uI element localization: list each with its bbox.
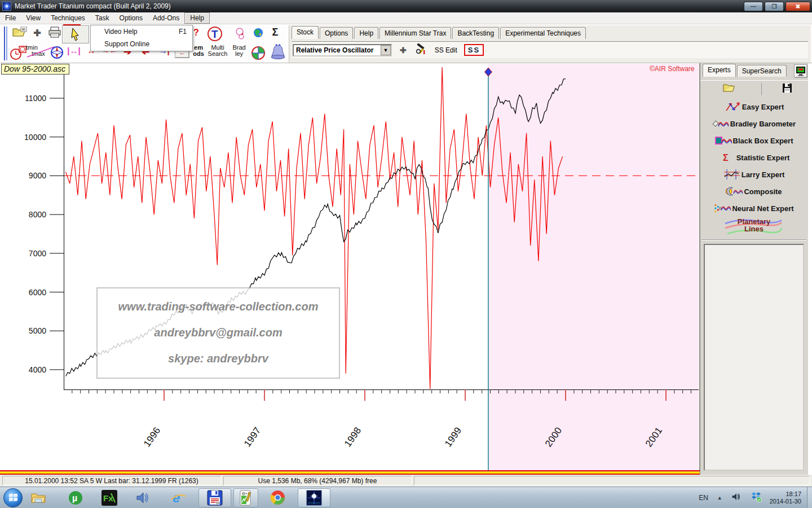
add-chart-button[interactable]: ✚ xyxy=(32,28,43,38)
tray-clock[interactable]: 18:17 2014-01-30 xyxy=(770,491,801,505)
alarm-bell-button[interactable] xyxy=(268,43,288,60)
tab-help[interactable]: Help xyxy=(354,27,378,39)
start-button[interactable] xyxy=(3,488,23,507)
range-full-tool[interactable]: |↔| xyxy=(65,46,82,55)
y-tick-label: 5000 xyxy=(29,326,46,335)
statistics-sigma-button[interactable]: Σ xyxy=(270,27,281,38)
language-indicator[interactable]: EN xyxy=(699,494,708,502)
menu-item-support-online[interactable]: Support Online xyxy=(91,38,192,50)
tab-options[interactable]: Options xyxy=(320,27,353,39)
load-expert-button[interactable] xyxy=(723,82,736,95)
taskbar-market-trader-button[interactable] xyxy=(298,488,330,507)
menu-task[interactable]: Task xyxy=(90,13,114,23)
panel-tab-experts[interactable]: Experts xyxy=(703,64,736,77)
menu-item-label: Video Help xyxy=(104,28,138,36)
show-desktop-button[interactable] xyxy=(807,487,812,508)
menu-item-video-help[interactable]: Video HelpF1 xyxy=(91,25,192,38)
y-tick-label: 6000 xyxy=(29,288,46,297)
globe-button[interactable] xyxy=(252,28,264,38)
menu-file[interactable]: File xyxy=(0,13,21,23)
expert-item-label: Larry Expert xyxy=(742,170,785,179)
toolbar-gripper[interactable] xyxy=(4,27,7,60)
panel-tab-supersearch[interactable]: SuperSearch xyxy=(737,65,787,77)
technique-select[interactable]: Relative Price Oscillator ▼ xyxy=(293,44,392,56)
taskbar-volume-app-button[interactable] xyxy=(132,488,155,507)
tray-expand-arrow[interactable]: ▲ xyxy=(717,495,722,501)
text-tool-button[interactable]: T xyxy=(206,27,223,41)
menu-item-label: Support Online xyxy=(104,40,149,48)
expert-item-composite[interactable]: Composite xyxy=(700,183,807,200)
tools-icon xyxy=(416,43,427,55)
pointer-tool-button[interactable] xyxy=(62,25,89,43)
tab-millennium-star-trax[interactable]: Millennium Star Trax xyxy=(379,27,451,39)
target-tool-button[interactable] xyxy=(250,46,266,60)
menu-help[interactable]: Help xyxy=(184,12,210,24)
menu-view[interactable]: View xyxy=(21,13,46,23)
tab-experimental-techniques[interactable]: Experimental Techniques xyxy=(500,27,586,39)
expert-item-larry-expert[interactable]: Larry Expert xyxy=(700,166,807,183)
supersearch-button[interactable]: SS xyxy=(464,44,484,56)
taskbar-explorer-button[interactable] xyxy=(27,488,50,507)
expert-item-neural-net-expert[interactable]: Neural Net Expert xyxy=(700,200,807,217)
title-bar[interactable]: Market Trader Titanium compact (Built Ap… xyxy=(0,0,812,12)
expert-item-easy-expert[interactable]: Easy Expert xyxy=(700,98,807,115)
expert-item-planetary-lines[interactable]: Planetary Lines xyxy=(700,217,807,234)
expert-item-black-box-expert[interactable]: Black Box Expert xyxy=(700,132,807,149)
taskbar-chrome-button[interactable] xyxy=(266,488,289,507)
menu-add-ons[interactable]: Add-Ons xyxy=(148,13,184,23)
time-tool-button[interactable] xyxy=(9,46,27,60)
tmin-tmax-tool[interactable]: tmin tmax xyxy=(26,45,52,57)
chart-pane[interactable]: www.trading-software-collection.comandre… xyxy=(0,63,700,475)
chrome-icon xyxy=(270,490,285,505)
ss-edit-button[interactable]: SS Edit xyxy=(435,46,457,54)
menu-techniques[interactable]: Techniques xyxy=(46,13,90,23)
chart-bottom-bar-middle xyxy=(0,472,700,474)
svg-text:Σ: Σ xyxy=(723,153,729,163)
price-chart[interactable]: www.trading-software-collection.comandre… xyxy=(0,63,700,475)
application-window: Market Trader Titanium compact (Built Ap… xyxy=(0,0,812,508)
expert-item-bradley-barometer[interactable]: Bradley Barometer xyxy=(700,115,807,132)
minimize-button[interactable]: — xyxy=(744,2,763,11)
taskbar-notes-app-button[interactable]: Ɵ++ xyxy=(233,488,258,507)
app-icon xyxy=(2,2,11,11)
expert-output-panel[interactable] xyxy=(704,244,804,471)
taskbar-utorrent-button[interactable]: µ xyxy=(64,488,87,507)
folder-icon xyxy=(31,492,46,503)
print-button[interactable] xyxy=(47,27,62,38)
larry-icon xyxy=(723,169,740,180)
open-file-button[interactable]: w xyxy=(11,27,28,38)
svg-text:64: 64 xyxy=(216,501,220,505)
save-expert-button[interactable] xyxy=(782,83,792,95)
taskbar-floppy-app-button[interactable]: 64 xyxy=(198,488,231,507)
menu-options[interactable]: Options xyxy=(114,13,148,23)
taskbar-fx-button[interactable]: Fx xyxy=(98,488,121,507)
panel-monitor-button[interactable] xyxy=(794,64,807,78)
help-question-icon[interactable]: ? xyxy=(192,28,201,38)
year-label: 1998 xyxy=(342,425,363,449)
expert-item-label: Statistic Expert xyxy=(736,154,790,162)
y-tick-label: 7000 xyxy=(29,249,46,258)
edit-tools-button[interactable] xyxy=(416,43,427,57)
tray-volume-button[interactable] xyxy=(731,492,742,503)
bradley-button[interactable]: Brad ley xyxy=(230,45,248,57)
expert-item-statistic-expert[interactable]: ΣStatistic Expert xyxy=(700,149,807,166)
cursor-arrow-icon xyxy=(70,28,81,41)
chevron-down-icon[interactable]: ▼ xyxy=(381,45,391,55)
restore-button[interactable]: ❐ xyxy=(765,2,784,11)
tab-backtesting[interactable]: BackTesting xyxy=(452,27,499,39)
windows-taskbar: µ Fx e xyxy=(0,487,812,508)
expert-item-label: Black Box Expert xyxy=(733,137,793,145)
astro-tool-button[interactable] xyxy=(228,27,246,41)
speaker-icon xyxy=(731,492,742,501)
expert-item-label: Bradley Barometer xyxy=(730,120,796,128)
add-technique-button[interactable]: ✚ xyxy=(400,46,407,55)
multi-search-button[interactable]: Multi Search xyxy=(206,45,229,57)
methods-button[interactable]: em ods xyxy=(191,45,206,57)
compass-tool-button[interactable] xyxy=(50,46,64,59)
taskbar-ie-button[interactable]: e xyxy=(167,488,189,507)
windows-flag-icon xyxy=(9,494,18,502)
tray-dropbox-button[interactable] xyxy=(751,491,762,505)
close-button[interactable]: ✖ xyxy=(785,2,810,11)
chart-file-label[interactable]: Dow 95-2000.asc xyxy=(1,64,69,75)
tab-stock[interactable]: Stock xyxy=(292,26,319,39)
